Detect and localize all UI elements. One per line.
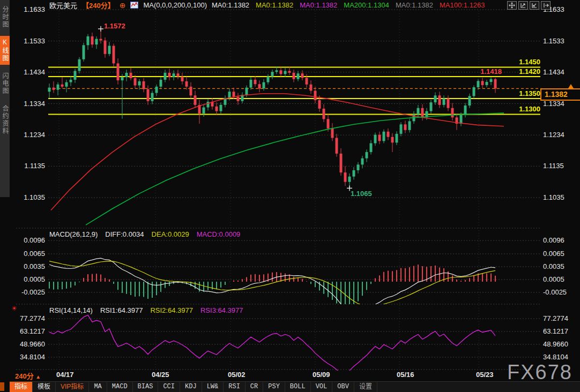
rsi-plot bbox=[49, 315, 495, 374]
sidebar-tab-合约资料[interactable]: 合约资料 bbox=[0, 102, 10, 138]
axis-tick-label: 34.8104 bbox=[12, 353, 45, 361]
axis-tick-label: 1.1533 bbox=[543, 37, 578, 45]
ma100-line bbox=[51, 94, 504, 210]
toolbar-item-OBV[interactable]: OBV bbox=[332, 382, 354, 392]
alert-sun-icon: ☀ bbox=[11, 305, 17, 312]
axis-tick-label: 1.1334 bbox=[12, 100, 45, 108]
axis-tick-label: 0.0065 bbox=[12, 250, 45, 258]
ma-legend-value: MA0:1.1382 bbox=[300, 1, 337, 9]
sidebar-tab-分时图[interactable]: 分时图 bbox=[0, 3, 10, 31]
vertical-grid-lines bbox=[59, 11, 479, 368]
dea-line bbox=[49, 261, 495, 307]
macd-diff-value: DIFF:0.0034 bbox=[105, 230, 144, 238]
trading-app-window: 分时图K线图闪电图合约资料 欧元美元 【240分】 ⊕ MA(0,0,0,200… bbox=[0, 0, 580, 392]
sidebar-tab-闪电图[interactable]: 闪电图 bbox=[0, 70, 10, 97]
axis-tick-label: 0.0035 bbox=[12, 263, 45, 270]
level-price-label: 1.1350 bbox=[519, 90, 540, 97]
ma-legend-value: MA200:1.1304 bbox=[344, 1, 389, 9]
axis-tick-label: 1.1234 bbox=[543, 131, 578, 139]
x-axis-date: 05/16 bbox=[397, 371, 414, 379]
toolbar-item-BOLL[interactable]: BOLL bbox=[285, 382, 311, 392]
x-axis-date: 05/09 bbox=[313, 371, 330, 379]
axis-tick-label: 1.1035 bbox=[543, 194, 578, 201]
rsi2-value: RSI2:64.3977 bbox=[150, 306, 193, 314]
chart-header: 欧元美元 【240分】 ⊕ MA(0,0,0,200,0,100) MA0:1.… bbox=[49, 1, 485, 10]
axis-tick-label: 1.1633 bbox=[12, 6, 45, 13]
rsi1-value: RSI1:64.3977 bbox=[100, 306, 143, 314]
axis-tick-label: 1.1135 bbox=[12, 162, 45, 170]
ma-legend-value: MA0:1.1382 bbox=[212, 1, 249, 9]
ma200-line bbox=[86, 113, 504, 225]
x-axis-date: 05/02 bbox=[228, 371, 246, 379]
rsi3-value: RSI3:64.3977 bbox=[200, 306, 243, 314]
period-badge: 【240分】 bbox=[82, 0, 115, 10]
axis-tick-label: 1.1035 bbox=[12, 194, 45, 201]
toolbar-item-BIAS[interactable]: BIAS bbox=[133, 382, 159, 392]
swing-high-cross-icon bbox=[98, 26, 103, 32]
level-price-label: 1.1300 bbox=[519, 105, 540, 113]
axis-tick-label: 1.1135 bbox=[543, 162, 578, 170]
go-latest-icon[interactable] bbox=[541, 1, 551, 10]
ma-legend: MA0:1.1382MA0:1.1382MA0:1.1382MA200:1.13… bbox=[212, 1, 485, 9]
candlestick-series bbox=[48, 29, 497, 189]
toolbar-item-CCI[interactable]: CCI bbox=[158, 382, 180, 392]
x-axis-date: 05/23 bbox=[476, 371, 494, 379]
toolbar-item-CR[interactable]: CR bbox=[246, 382, 263, 392]
toolbar-item-RSI[interactable]: RSI bbox=[224, 382, 246, 392]
axis-tick-label: 0.0035 bbox=[543, 263, 578, 270]
toolbar-item-VOL[interactable]: VOL bbox=[311, 382, 333, 392]
toolbar-item-PSY[interactable]: PSY bbox=[263, 382, 285, 392]
add-indicator-icon[interactable]: ⊕ bbox=[120, 2, 126, 9]
x-axis-date: 04/17 bbox=[56, 371, 74, 379]
toolbar-item-设置[interactable]: 设置 bbox=[354, 382, 377, 392]
x-axis-date: 04/25 bbox=[152, 371, 169, 379]
macd-title: MACD(26,12,9) bbox=[49, 230, 98, 238]
axis-tick-label: -0.0025 bbox=[12, 289, 45, 296]
macd-macd-value: MACD:0.0009 bbox=[197, 230, 241, 238]
chart-canvas[interactable] bbox=[0, 0, 580, 392]
chart-tool-icons bbox=[507, 1, 551, 10]
axis-tick-label: 0.0065 bbox=[543, 250, 578, 258]
axis-tick-label: 1.1434 bbox=[12, 69, 45, 76]
axis-tick-label: 63.1217 bbox=[543, 328, 578, 335]
x-axis-dates: 04/1704/2505/0205/0905/1605/23 bbox=[0, 371, 580, 380]
ma-legend-value: MA0:1.1382 bbox=[256, 1, 293, 9]
axis-tick-label: 34.8104 bbox=[543, 353, 578, 361]
axis-tick-label: 0.0096 bbox=[12, 237, 45, 244]
toolbar-item-KDJ[interactable]: KDJ bbox=[180, 382, 202, 392]
sidebar-tab-K线图[interactable]: K线图 bbox=[0, 36, 10, 65]
rsi-line bbox=[49, 315, 495, 374]
axis-tick-label: 1.1533 bbox=[12, 37, 45, 45]
axis-tick-label: 0.0005 bbox=[12, 276, 45, 283]
axis-zoom-out-icon[interactable] bbox=[530, 1, 539, 10]
toolbar-item-MA[interactable]: MA bbox=[89, 382, 107, 392]
indicator-toolbar: 指标模板VIP指标MAMACDBIASCCIKDJLW&RSICRPSYBOLL… bbox=[10, 381, 580, 392]
axis-tick-label: 1.1434 bbox=[543, 69, 578, 76]
macd-dea-value: DEA:0.0029 bbox=[152, 230, 189, 238]
macd-panel-header: MACD(26,12,9) DIFF:0.0034 DEA:0.0029 MAC… bbox=[49, 230, 240, 238]
rsi-title: RSI(14,14,14) bbox=[49, 306, 93, 314]
brand-watermark: FX678 bbox=[507, 361, 572, 384]
recent-high-label: 1.1418 bbox=[480, 68, 502, 76]
sidebar-chart-type-tabs: 分时图K线图闪电图合约资料 bbox=[0, 0, 10, 197]
bottom-left-chip bbox=[0, 382, 4, 391]
rsi-panel-header: RSI(14,14,14) RSI1:64.3977 RSI2:64.3977 … bbox=[49, 306, 243, 314]
ma-legend-value: MA100:1.1263 bbox=[440, 1, 485, 9]
axis-tick-label: 77.2774 bbox=[12, 315, 45, 322]
current-price-box: 1.1382 bbox=[540, 88, 580, 101]
axis-tick-label: 63.1217 bbox=[12, 328, 45, 335]
toolbar-item-模板[interactable]: 模板 bbox=[33, 382, 56, 392]
ma-settings-label: MA(0,0,0,200,0,100) bbox=[143, 1, 207, 9]
axis-tick-label: 1.1334 bbox=[543, 100, 578, 108]
toolbar-item-LW&[interactable]: LW& bbox=[202, 382, 224, 392]
axis-tick-label: 1.1234 bbox=[12, 131, 45, 139]
move-crosshair-icon[interactable] bbox=[507, 1, 517, 10]
axis-zoom-in-icon[interactable] bbox=[518, 1, 528, 10]
axis-tick-label: 0.0005 bbox=[543, 276, 578, 283]
symbol-title: 欧元美元 bbox=[49, 0, 77, 10]
toolbar-item-指标[interactable]: 指标 bbox=[10, 382, 33, 392]
toolbar-item-MACD[interactable]: MACD bbox=[107, 382, 133, 392]
line-chart-icon[interactable] bbox=[130, 2, 138, 9]
axis-tick-label: -0.0025 bbox=[543, 289, 578, 296]
toolbar-item-VIP指标[interactable]: VIP指标 bbox=[56, 382, 89, 392]
